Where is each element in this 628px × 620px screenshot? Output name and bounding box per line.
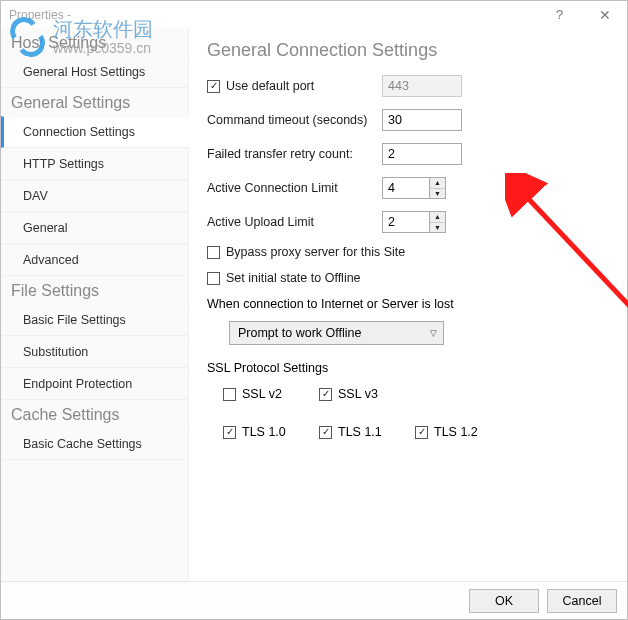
sslv2-checkbox[interactable] (223, 388, 236, 401)
chevron-down-icon[interactable]: ▼ (430, 189, 445, 199)
ok-button[interactable]: OK (469, 589, 539, 613)
sidebar-item-basic-file[interactable]: Basic File Settings (1, 304, 188, 336)
panel-heading: General Connection Settings (207, 40, 609, 61)
command-timeout-input[interactable] (382, 109, 462, 131)
chevron-up-icon[interactable]: ▲ (430, 178, 445, 189)
tls12-label: TLS 1.2 (434, 425, 478, 439)
sidebar-item-general-host[interactable]: General Host Settings (1, 56, 188, 88)
ssl-heading: SSL Protocol Settings (207, 361, 609, 375)
conn-limit-spinner[interactable]: ▲▼ (430, 177, 446, 199)
watermark-logo-icon (7, 17, 47, 57)
upload-limit-input[interactable] (382, 211, 430, 233)
tls10-label: TLS 1.0 (242, 425, 286, 439)
sidebar-item-endpoint-protection[interactable]: Endpoint Protection (1, 368, 188, 400)
conn-limit-label: Active Connection Limit (207, 181, 382, 195)
chevron-down-icon[interactable]: ▼ (430, 223, 445, 233)
port-input (382, 75, 462, 97)
sidebar-group-cache: Cache Settings (1, 400, 188, 428)
tls10-checkbox[interactable] (223, 426, 236, 439)
sslv3-label: SSL v3 (338, 387, 378, 401)
when-lost-label: When connection to Internet or Server is… (207, 297, 609, 311)
tls12-checkbox[interactable] (415, 426, 428, 439)
command-timeout-label: Command timeout (seconds) (207, 113, 382, 127)
upload-limit-spinner[interactable]: ▲▼ (430, 211, 446, 233)
initial-offline-checkbox[interactable] (207, 272, 220, 285)
sslv3-checkbox[interactable] (319, 388, 332, 401)
sidebar-item-basic-cache[interactable]: Basic Cache Settings (1, 428, 188, 460)
main-panel: General Connection Settings Use default … (189, 28, 627, 581)
sidebar-item-connection-settings[interactable]: Connection Settings (1, 116, 188, 148)
retry-count-input[interactable] (382, 143, 462, 165)
sidebar-group-general: General Settings (1, 88, 188, 116)
bypass-proxy-label: Bypass proxy server for this Site (226, 245, 405, 259)
sidebar-item-general[interactable]: General (1, 212, 188, 244)
when-lost-value: Prompt to work Offline (238, 326, 361, 340)
cancel-button[interactable]: Cancel (547, 589, 617, 613)
sidebar-item-dav[interactable]: DAV (1, 180, 188, 212)
when-lost-select[interactable]: Prompt to work Offline ▽ (229, 321, 444, 345)
help-button[interactable]: ? (537, 1, 582, 28)
tls11-label: TLS 1.1 (338, 425, 382, 439)
retry-count-label: Failed transfer retry count: (207, 147, 382, 161)
close-button[interactable]: ✕ (582, 1, 627, 28)
sidebar-item-http-settings[interactable]: HTTP Settings (1, 148, 188, 180)
sidebar-group-file: File Settings (1, 276, 188, 304)
watermark-url: www.pc0359.cn (53, 41, 153, 55)
properties-dialog: Properties - ? ✕ Host Settings General H… (0, 0, 628, 620)
use-default-port-checkbox[interactable] (207, 80, 220, 93)
sslv2-label: SSL v2 (242, 387, 282, 401)
watermark: 河东软件园 www.pc0359.cn (7, 17, 153, 57)
sidebar-item-advanced[interactable]: Advanced (1, 244, 188, 276)
use-default-port-label: Use default port (226, 79, 314, 93)
chevron-down-icon: ▽ (430, 328, 437, 338)
chevron-up-icon[interactable]: ▲ (430, 212, 445, 223)
upload-limit-label: Active Upload Limit (207, 215, 382, 229)
tls11-checkbox[interactable] (319, 426, 332, 439)
bypass-proxy-checkbox[interactable] (207, 246, 220, 259)
sidebar: Host Settings General Host Settings Gene… (1, 28, 189, 581)
initial-offline-label: Set initial state to Offline (226, 271, 361, 285)
watermark-text: 河东软件园 (53, 19, 153, 39)
conn-limit-input[interactable] (382, 177, 430, 199)
sidebar-item-substitution[interactable]: Substitution (1, 336, 188, 368)
dialog-footer: OK Cancel (1, 581, 627, 619)
